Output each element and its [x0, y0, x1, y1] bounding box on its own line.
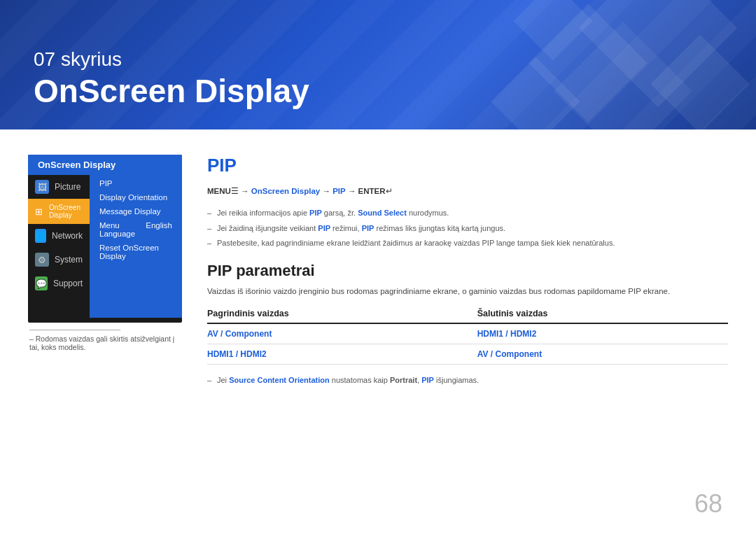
- sidebar-support-label: Support: [53, 279, 83, 288]
- header-decoration: [462, 0, 756, 129]
- footnote-divider: [29, 330, 120, 330]
- enter-icon: ↵: [386, 187, 393, 195]
- pip-param-title: PIP parametrai: [207, 262, 728, 280]
- tv-menu-inner: 🖼 Picture ⊞ OnScreen Display 🌐 Network ⚙…: [28, 175, 182, 318]
- table-cell-r1c1: AV / Component: [207, 323, 463, 344]
- page-number: 68: [694, 489, 722, 519]
- submenu-pip[interactable]: PIP: [90, 176, 182, 190]
- header-title: 07 skyrius OnScreen Display: [34, 48, 309, 110]
- menu-icon: ☰: [231, 187, 239, 195]
- main-content: PIP MENU☰ → OnScreen Display → PIP → ENT…: [207, 149, 728, 520]
- menu-path: MENU☰ → OnScreen Display → PIP → ENTER↵: [207, 185, 728, 197]
- tv-submenu: PIP Display Orientation Message Display …: [90, 175, 182, 318]
- table-cell-r1c2: HDMI1 / HDMI2: [463, 323, 728, 344]
- table-row: HDMI1 / HDMI2 AV / Component: [207, 344, 728, 365]
- sidebar-onscreen-label: OnScreen Display: [49, 204, 83, 219]
- sidebar-item-onscreen[interactable]: ⊞ OnScreen Display: [28, 199, 90, 224]
- footnote-text: – Rodomas vaizdas gali skirtis atsižvelg…: [29, 335, 174, 351]
- sidebar-network-label: Network: [52, 231, 83, 241]
- menu-item-onscreen: OnScreen Display: [251, 187, 320, 195]
- menu-footnote: – Rodomas vaizdas gali skirtis atsižvelg…: [28, 330, 182, 351]
- system-icon: ⚙: [35, 253, 49, 267]
- network-icon: 🌐: [35, 229, 46, 243]
- menu-language-value: English: [146, 221, 172, 238]
- footer-note: Jei Source Content Orientation nustatoma…: [207, 374, 728, 386]
- tv-menu-header: OnScreen Display: [28, 155, 182, 175]
- menu-item-enter: ENTER: [358, 187, 386, 195]
- table-row: AV / Component HDMI1 / HDMI2: [207, 323, 728, 344]
- arrow2: →: [322, 187, 332, 195]
- chapter-number: 07 skyrius: [34, 48, 309, 71]
- sidebar-item-picture[interactable]: 🖼 Picture: [28, 175, 90, 199]
- table-col2-header: Šalutinis vaizdas: [463, 309, 728, 323]
- tv-sidebar: 🖼 Picture ⊞ OnScreen Display 🌐 Network ⚙…: [28, 175, 90, 318]
- table-cell-r2c1: HDMI1 / HDMI2: [207, 344, 463, 365]
- tv-menu: OnScreen Display 🖼 Picture ⊞ OnScreen Di…: [28, 155, 182, 323]
- bullet-3: Pastebesite, kad pagrindiniame ekrane le…: [207, 237, 728, 249]
- pip-title: PIP: [207, 155, 728, 176]
- sidebar-system-label: System: [55, 255, 83, 265]
- sidebar-item-network[interactable]: 🌐 Network: [28, 224, 90, 248]
- pip-bullets: Jei reikia informacijos apie PIP garsą, …: [207, 207, 728, 249]
- onscreen-icon: ⊞: [35, 204, 43, 218]
- menu-label: MENU: [207, 187, 231, 195]
- picture-icon: 🖼: [35, 180, 49, 194]
- page-header: 07 skyrius OnScreen Display: [0, 0, 756, 129]
- sidebar-item-support[interactable]: 💬 Support: [28, 272, 90, 295]
- arrow1: →: [241, 187, 251, 195]
- chapter-name: OnScreen Display: [34, 72, 309, 110]
- sidebar-picture-label: Picture: [55, 182, 80, 192]
- submenu-display-orientation[interactable]: Display Orientation: [90, 190, 182, 204]
- table-cell-r2c2: AV / Component: [463, 344, 728, 365]
- tv-menu-container: OnScreen Display 🖼 Picture ⊞ OnScreen Di…: [28, 149, 182, 520]
- arrow3: →: [348, 187, 358, 195]
- menu-language-label: Menu Language: [99, 221, 146, 238]
- pip-param-desc: Vaizdas iš išorinio vaizdo įrenginio bus…: [207, 286, 728, 297]
- sidebar-item-system[interactable]: ⚙ System: [28, 248, 90, 272]
- submenu-message-display[interactable]: Message Display: [90, 204, 182, 218]
- bullet-1: Jei reikia informacijos apie PIP garsą, …: [207, 207, 728, 219]
- bullet-2: Jei žaidiną išjungsite veikiant PIP reži…: [207, 223, 728, 234]
- menu-item-pip: PIP: [332, 187, 346, 195]
- support-icon: 💬: [35, 276, 48, 290]
- content-area: OnScreen Display 🖼 Picture ⊞ OnScreen Di…: [0, 129, 756, 534]
- table-col1-header: Pagrindinis vaizdas: [207, 309, 463, 323]
- pip-table: Pagrindinis vaizdas Šalutinis vaizdas AV…: [207, 309, 728, 365]
- submenu-menu-language[interactable]: Menu Language English: [90, 218, 182, 241]
- submenu-reset-onscreen[interactable]: Reset OnScreen Display: [90, 241, 182, 263]
